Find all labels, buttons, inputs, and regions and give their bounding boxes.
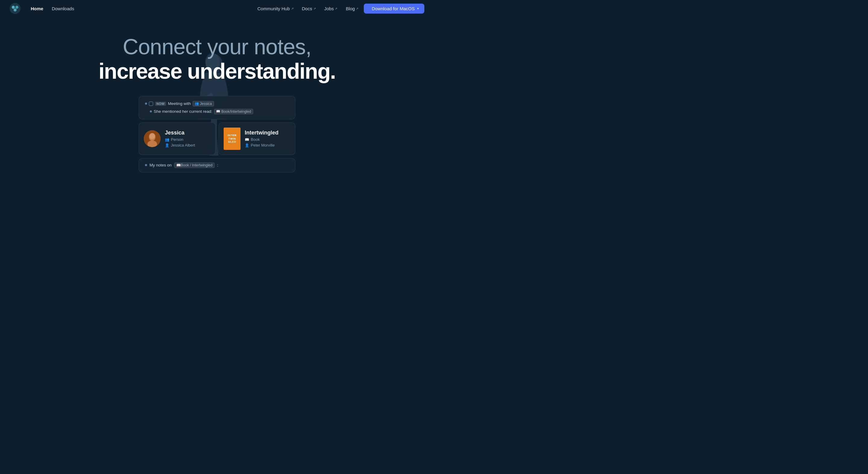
external-link-icon: ↗ xyxy=(356,7,358,10)
note-card-bottom: My notes on 📖Book / Intertwingled : xyxy=(138,158,296,173)
jessica-alias: 👤 Jessica Albert xyxy=(165,143,195,147)
bullet-icon xyxy=(145,164,147,166)
nav-left-links: Home Downloads xyxy=(28,4,77,13)
nav-link-jobs[interactable]: Jobs ↗ xyxy=(321,4,341,13)
book-cover: INTERTWINGLED xyxy=(224,127,241,150)
external-link-icon: ↗ xyxy=(335,7,337,10)
bullet-icon xyxy=(150,110,152,113)
person-tag[interactable]: 👥 Jessica xyxy=(193,101,214,107)
nav-link-community[interactable]: Community Hub ↗ xyxy=(254,4,297,13)
checkbox-icon xyxy=(149,101,153,106)
nav-link-blog[interactable]: Blog ↗ xyxy=(343,4,361,13)
external-link-icon: ↗ xyxy=(291,7,293,10)
hero-section: Connect your notes, increase understandi… xyxy=(0,17,434,237)
jessica-type: 👥 Person xyxy=(165,137,195,142)
svg-point-2 xyxy=(16,6,19,9)
app-logo[interactable] xyxy=(10,3,21,14)
book-tag[interactable]: 📖 Book/Intertwingled xyxy=(214,109,253,114)
entity-card-book[interactable]: INTERTWINGLED Intertwingled 📖 Book 👤 Pet… xyxy=(218,122,296,155)
note-card-top: NOW Meeting with 👥 Jessica She mentioned… xyxy=(138,96,296,119)
nav-link-home[interactable]: Home xyxy=(28,4,46,13)
navbar: Home Downloads Community Hub ↗ Docs ↗ Jo… xyxy=(0,0,434,17)
download-button[interactable]: Download for MacOS ▾ xyxy=(364,4,424,13)
note-line-book: She mentioned her current read: 📖 Book/I… xyxy=(145,109,289,114)
book-ref-tag[interactable]: 📖Book / Intertwingled xyxy=(174,162,215,168)
svg-point-1 xyxy=(12,6,15,9)
book-cover-text: INTERTWINGLED xyxy=(227,134,237,144)
book-info: Intertwingled 📖 Book 👤 Peter Morville xyxy=(245,130,278,147)
nav-link-downloads[interactable]: Downloads xyxy=(49,4,77,13)
entity-card-jessica[interactable]: Jessica 👥 Person 👤 Jessica Albert xyxy=(138,122,216,155)
bullet-icon xyxy=(145,102,147,105)
chevron-down-icon: ▾ xyxy=(417,7,419,10)
svg-point-9 xyxy=(150,133,155,139)
external-link-icon: ↗ xyxy=(313,7,316,10)
hero-title: Connect your notes, increase understandi… xyxy=(98,35,336,84)
svg-point-3 xyxy=(13,8,17,11)
nav-right-links: Community Hub ↗ Docs ↗ Jobs ↗ Blog ↗ Dow… xyxy=(254,4,424,13)
ui-demo-cards: NOW Meeting with 👥 Jessica She mentioned… xyxy=(138,96,296,173)
jessica-avatar xyxy=(144,130,161,147)
jessica-info: Jessica 👥 Person 👤 Jessica Albert xyxy=(165,130,195,147)
bottom-note-line: My notes on 📖Book / Intertwingled : xyxy=(145,162,289,168)
book-author: 👤 Peter Morville xyxy=(245,143,278,147)
note-line-meeting: NOW Meeting with 👥 Jessica xyxy=(145,101,289,107)
entity-row: Jessica 👥 Person 👤 Jessica Albert INTERT… xyxy=(138,122,296,155)
book-type: 📖 Book xyxy=(245,137,278,142)
nav-link-docs[interactable]: Docs ↗ xyxy=(299,4,319,13)
